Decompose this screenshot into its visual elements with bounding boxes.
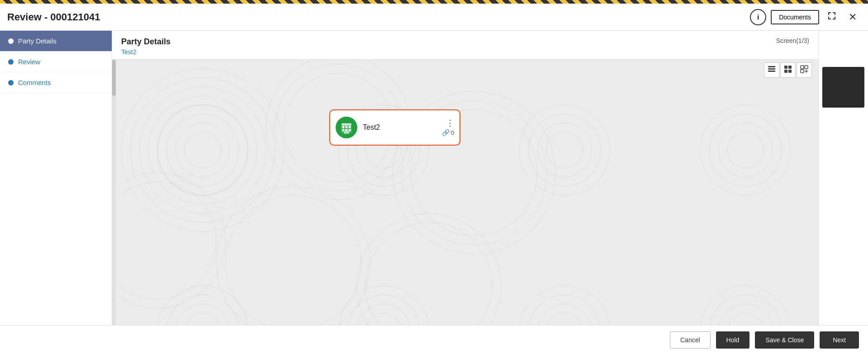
screen-indicator: Screen(1/3) — [776, 37, 809, 44]
svg-point-23 — [112, 173, 225, 308]
list-view-icon — [768, 65, 776, 75]
svg-point-27 — [356, 213, 501, 325]
grid-view-icon — [784, 65, 792, 75]
svg-point-15 — [148, 96, 257, 204]
svg-rect-8 — [805, 66, 808, 69]
sidebar-item-label: Comments — [18, 79, 51, 86]
svg-rect-0 — [768, 66, 775, 67]
panel-header: Party Details Test2 Screen(1/3) — [112, 31, 818, 60]
svg-point-12 — [121, 69, 284, 231]
svg-point-14 — [139, 87, 266, 213]
panel-title: Party Details — [121, 37, 171, 47]
sidebar: Party Details Review Comments — [0, 31, 112, 325]
dot-icon — [8, 59, 14, 65]
info-icon: i — [757, 14, 759, 21]
svg-rect-5 — [784, 70, 787, 73]
right-dark-box — [822, 67, 864, 108]
sidebar-item-label: Review — [18, 58, 40, 66]
dot-icon — [8, 38, 14, 44]
sidebar-item-comments[interactable]: Comments — [0, 72, 112, 93]
scrollbar-thumb[interactable] — [112, 60, 116, 96]
svg-rect-31 — [346, 126, 348, 128]
svg-point-28 — [365, 222, 492, 325]
close-icon: ✕ — [849, 11, 857, 23]
svg-rect-9 — [801, 70, 804, 73]
svg-rect-36 — [342, 123, 351, 126]
svg-rect-30 — [342, 126, 345, 128]
svg-rect-3 — [784, 66, 787, 69]
svg-rect-6 — [788, 70, 792, 73]
content-area: Party Details Review Comments Party Deta… — [0, 31, 868, 325]
title-actions: i Documents ✕ — [750, 9, 861, 25]
save-close-button[interactable]: Save & Close — [755, 331, 814, 349]
svg-rect-1 — [768, 68, 775, 70]
link-count-value: 0 — [451, 129, 454, 136]
more-options-icon[interactable]: ⋮ — [446, 119, 454, 127]
main-panel: Party Details Test2 Screen(1/3) — [112, 31, 818, 325]
svg-point-13 — [130, 78, 275, 222]
view-controls — [764, 62, 812, 78]
footer-bar: Cancel Hold Save & Close Next — [0, 325, 868, 354]
cancel-button[interactable]: Cancel — [670, 331, 711, 349]
svg-point-24 — [112, 182, 216, 299]
scrollbar-track[interactable] — [112, 60, 116, 325]
title-bar: Review - 000121041 i Documents ✕ — [0, 4, 868, 31]
warning-bar — [0, 0, 868, 4]
expand-grid-icon — [800, 65, 808, 75]
svg-point-16 — [157, 105, 248, 195]
svg-rect-33 — [342, 129, 345, 132]
svg-rect-35 — [349, 129, 351, 132]
party-icon — [336, 117, 357, 138]
canvas-background — [112, 60, 818, 325]
panel-header-left: Party Details Test2 — [121, 37, 171, 56]
link-count: 🔗 0 — [442, 129, 454, 136]
card-actions: ⋮ 🔗 0 — [442, 119, 454, 136]
svg-rect-7 — [801, 66, 804, 69]
right-panel — [818, 31, 868, 325]
party-card-name: Test2 — [363, 123, 436, 132]
list-view-button[interactable] — [764, 62, 779, 78]
svg-rect-32 — [349, 126, 351, 128]
expand-icon — [827, 11, 836, 23]
grid-view-button[interactable] — [780, 62, 796, 78]
dot-icon — [8, 80, 14, 85]
sidebar-item-label: Party Details — [18, 37, 57, 45]
panel-subtitle[interactable]: Test2 — [121, 48, 171, 56]
canvas-area: Test2 ⋮ 🔗 0 — [112, 60, 818, 325]
documents-button[interactable]: Documents — [771, 10, 819, 24]
svg-rect-4 — [788, 66, 792, 69]
hold-button[interactable]: Hold — [716, 331, 750, 349]
sidebar-item-review[interactable]: Review — [0, 52, 112, 72]
svg-point-26 — [225, 195, 361, 325]
expand-view-button[interactable] — [797, 62, 812, 78]
main-window: Review - 000121041 i Documents ✕ — [0, 4, 868, 354]
sidebar-item-party-details[interactable]: Party Details — [0, 31, 112, 52]
page-title: Review - 000121041 — [7, 11, 100, 23]
expand-button[interactable] — [824, 9, 840, 25]
svg-rect-34 — [346, 129, 348, 132]
info-button[interactable]: i — [750, 9, 766, 25]
party-card[interactable]: Test2 ⋮ 🔗 0 — [329, 109, 460, 146]
link-icon: 🔗 — [442, 129, 450, 136]
next-button[interactable]: Next — [820, 331, 859, 349]
close-button[interactable]: ✕ — [844, 9, 861, 25]
svg-rect-2 — [768, 71, 775, 72]
svg-rect-37 — [344, 131, 349, 134]
